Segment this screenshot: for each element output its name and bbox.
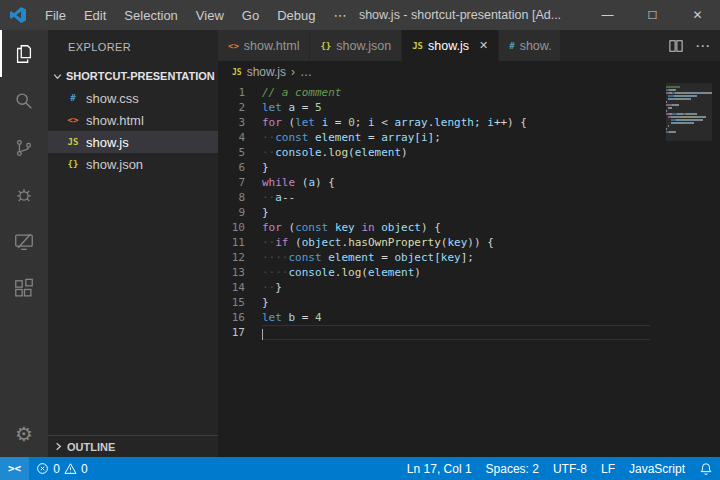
token: ( <box>289 236 302 249</box>
token: = <box>361 131 381 144</box>
code-line[interactable] <box>262 325 650 340</box>
chevron-down-icon <box>52 71 63 82</box>
folder-shortcut-presentation[interactable]: SHORTCUT-PRESENTATION <box>48 65 218 87</box>
maximize-button[interactable]: ☐ <box>630 0 675 30</box>
menu-file[interactable]: File <box>36 0 75 30</box>
code-line[interactable]: ····console.log(element) <box>262 265 650 280</box>
activity-settings[interactable]: ⚙ <box>0 410 48 457</box>
minimap-line <box>666 113 712 115</box>
code-line[interactable]: ····const element = object[key]; <box>262 250 650 265</box>
line-number: 6 <box>238 160 245 175</box>
minimap-line <box>666 119 712 121</box>
menu-edit[interactable]: Edit <box>75 0 115 30</box>
activity-search[interactable] <box>0 77 48 124</box>
split-editor-icon[interactable] <box>669 39 683 53</box>
token: )) { <box>467 236 494 249</box>
minimap-token <box>687 113 694 115</box>
file-type-icon: <> <box>228 41 239 51</box>
token: element <box>355 146 401 159</box>
minimap-token <box>694 113 697 115</box>
close-button[interactable]: ✕ <box>675 0 720 30</box>
token: in <box>361 221 374 234</box>
code-line[interactable]: ··const element = array[i]; <box>262 130 650 145</box>
token: ·· <box>262 146 275 159</box>
menu-go[interactable]: Go <box>233 0 268 30</box>
minimap-line <box>666 89 712 91</box>
tab-show.json[interactable]: {}show.json <box>310 30 402 61</box>
file-show.js[interactable]: JSshow.js <box>48 131 218 153</box>
activity-explorer[interactable] <box>0 30 48 77</box>
activity-remote-explorer[interactable] <box>0 218 48 265</box>
file-type-icon: <> <box>66 115 80 125</box>
token: [ <box>434 251 441 264</box>
error-icon <box>36 462 49 475</box>
code-line[interactable]: let b = 4 <box>262 310 650 325</box>
code-area[interactable]: // a commentlet a = 5for (let i = 0; i <… <box>256 85 720 457</box>
minimize-button[interactable]: — <box>585 0 630 30</box>
token: const <box>295 221 328 234</box>
token: key <box>447 236 467 249</box>
activity-source-control[interactable] <box>0 124 48 171</box>
token: ; <box>474 116 487 129</box>
file-show.css[interactable]: #show.css <box>48 87 218 109</box>
code-line[interactable]: } <box>262 295 650 310</box>
extensions-icon <box>13 278 35 300</box>
minimap-token <box>675 89 676 91</box>
window-controls: — ☐ ✕ <box>585 0 720 30</box>
status-cursor-position[interactable]: Ln 17, Col 1 <box>400 457 479 480</box>
menu-debug[interactable]: Debug <box>268 0 324 30</box>
tab-show.[interactable]: #show. <box>499 30 561 61</box>
status-indentation[interactable]: Spaces: 2 <box>479 457 546 480</box>
menu-selection[interactable]: Selection <box>115 0 186 30</box>
file-show.json[interactable]: {}show.json <box>48 153 218 175</box>
token: log <box>341 266 361 279</box>
code-line[interactable]: ··console.log(element) <box>262 145 650 160</box>
close-tab-icon[interactable]: ✕ <box>479 39 488 52</box>
file-name: show.html <box>86 113 144 128</box>
code-line[interactable]: let a = 5 <box>262 100 650 115</box>
code-line[interactable]: ··a-- <box>262 190 650 205</box>
minimap-lines <box>666 83 712 136</box>
code-line[interactable]: ··} <box>262 280 650 295</box>
token: element <box>328 251 374 264</box>
token: ···· <box>262 266 289 279</box>
token: ) <box>414 266 421 279</box>
text-cursor <box>262 329 263 340</box>
minimap[interactable] <box>666 83 712 457</box>
breadcrumb-file[interactable]: show.js <box>247 65 286 79</box>
token: a <box>308 176 315 189</box>
code-line[interactable]: for (let i = 0; i < array.length; i++) { <box>262 115 650 130</box>
token: element <box>315 131 361 144</box>
token: < <box>375 116 395 129</box>
status-eol[interactable]: LF <box>594 457 622 480</box>
status-left: >< 0 0 <box>0 457 95 480</box>
code-line[interactable]: } <box>262 205 650 220</box>
breadcrumb-more[interactable]: … <box>300 65 312 79</box>
problems-status[interactable]: 0 0 <box>29 457 94 480</box>
minimap-token <box>706 92 712 94</box>
line-number: 5 <box>238 145 245 160</box>
activity-debug[interactable] <box>0 171 48 218</box>
token <box>282 311 289 324</box>
notifications-bell[interactable] <box>692 457 720 480</box>
code-line[interactable]: // a comment <box>262 85 650 100</box>
code-line[interactable]: } <box>262 160 650 175</box>
status-language-mode[interactable]: JavaScript <box>622 457 692 480</box>
more-actions-icon[interactable]: ⋯ <box>695 38 710 53</box>
line-number: 1 <box>238 85 245 100</box>
tab-strip: <>show.html{}show.jsonJSshow.js✕#show. <box>218 30 561 61</box>
tab-show.js[interactable]: JSshow.js✕ <box>402 30 499 61</box>
remote-indicator[interactable]: >< <box>0 457 29 480</box>
tab-show.html[interactable]: <>show.html <box>218 30 310 61</box>
code-line[interactable]: for (const key in object) { <box>262 220 650 235</box>
code-line[interactable]: while (a) { <box>262 175 650 190</box>
code-line[interactable]: ··if (object.hasOwnProperty(key)) { <box>262 235 650 250</box>
outline-section[interactable]: OUTLINE <box>48 435 218 457</box>
file-show.html[interactable]: <>show.html <box>48 109 218 131</box>
menu-view[interactable]: View <box>187 0 233 30</box>
status-encoding[interactable]: UTF-8 <box>546 457 594 480</box>
file-type-icon: JS <box>232 68 242 77</box>
file-name: show.js <box>86 135 129 150</box>
minimap-line <box>666 110 712 112</box>
activity-extensions[interactable] <box>0 265 48 312</box>
